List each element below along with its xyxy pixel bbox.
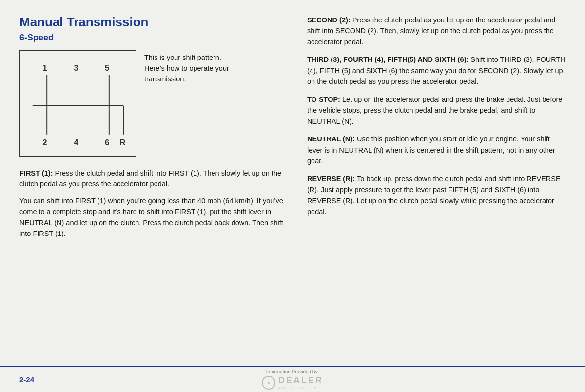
right-column: SECOND (2): Press the clutch pedal as yo… bbox=[307, 15, 566, 361]
first-gear-extra-para: You can shift into FIRST (1) when you’re… bbox=[20, 196, 292, 239]
svg-text:4: 4 bbox=[74, 138, 78, 147]
svg-text:1: 1 bbox=[42, 63, 47, 73]
svg-text:R: R bbox=[119, 138, 125, 147]
dealer-circle-icon: ● bbox=[262, 376, 275, 390]
footer-center: Information Provided by: ● DEALER AUTHOR… bbox=[262, 369, 323, 390]
subtitle: 6-Speed bbox=[20, 33, 292, 43]
dealer-brand: DEALER AUTHORITY bbox=[278, 375, 323, 390]
dealer-sub: AUTHORITY bbox=[278, 386, 323, 390]
svg-text:3: 3 bbox=[74, 63, 78, 73]
page-number: 2-24 bbox=[20, 375, 34, 384]
shift-description: This is your shift pattern.Here’s how to… bbox=[144, 50, 229, 84]
first-gear-para: FIRST (1): Press the clutch pedal and sh… bbox=[20, 168, 292, 190]
page-wrapper: Manual Transmission 6-Speed bbox=[0, 0, 585, 392]
stop-text: Let up on the accelerator pedal and pres… bbox=[307, 96, 562, 125]
dealer-logo: ● DEALER AUTHORITY bbox=[262, 375, 323, 390]
main-title: Manual Transmission bbox=[20, 15, 292, 30]
neutral-para: NEUTRAL (N): Use this position when you … bbox=[307, 134, 566, 166]
dealer-text: DEALER bbox=[278, 375, 323, 386]
left-column: Manual Transmission 6-Speed bbox=[20, 15, 292, 361]
third-sixth-label: THIRD (3), FOURTH (4), FIFTH(5) AND SIXT… bbox=[307, 56, 468, 63]
svg-text:5: 5 bbox=[105, 63, 109, 73]
stop-label: TO STOP: bbox=[307, 96, 340, 103]
stop-para: TO STOP: Let up on the accelerator pedal… bbox=[307, 94, 566, 127]
third-sixth-para: THIRD (3), FOURTH (4), FIFTH(5) AND SIXT… bbox=[307, 54, 566, 87]
reverse-para: REVERSE (R): To back up, press down the … bbox=[307, 174, 566, 217]
first-gear-text: Press the clutch pedal and shift into FI… bbox=[20, 169, 281, 188]
shift-pattern-container: 1 3 5 2 4 6 R This is your shift pattern… bbox=[20, 50, 292, 157]
svg-text:2: 2 bbox=[42, 138, 47, 147]
content-area: Manual Transmission 6-Speed bbox=[0, 0, 585, 366]
footer-info-label: Information Provided by: bbox=[266, 369, 319, 374]
shift-diagram: 1 3 5 2 4 6 R bbox=[20, 50, 136, 157]
svg-text:6: 6 bbox=[105, 138, 109, 147]
neutral-label: NEUTRAL (N): bbox=[307, 135, 355, 143]
second-gear-para: SECOND (2): Press the clutch pedal as yo… bbox=[307, 15, 566, 47]
reverse-label: REVERSE (R): bbox=[307, 175, 355, 183]
footer: 2-24 Information Provided by: ● DEALER A… bbox=[0, 366, 585, 392]
first-gear-label: FIRST (1): bbox=[20, 169, 53, 177]
second-gear-label: SECOND (2): bbox=[307, 16, 351, 24]
